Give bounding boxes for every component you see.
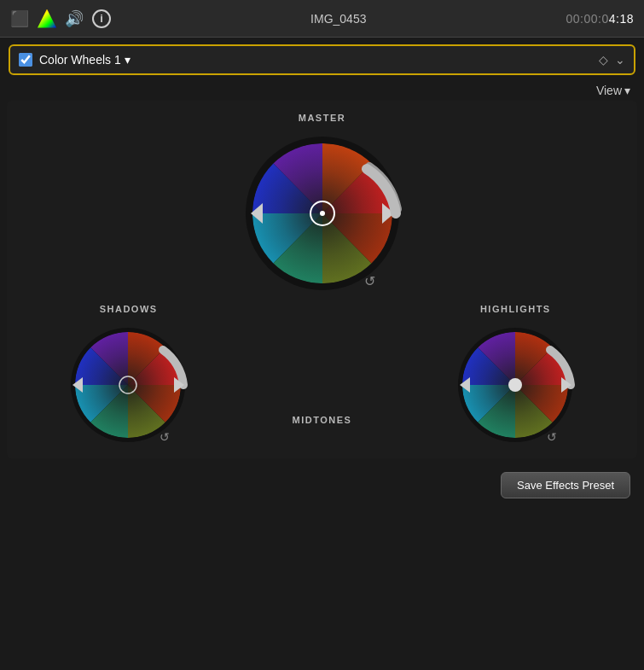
- save-row: Save Effects Preset: [0, 465, 644, 505]
- svg-text:↺: ↺: [160, 430, 170, 444]
- highlights-wheel-container[interactable]: ↺: [450, 319, 582, 452]
- svg-text:↺: ↺: [363, 274, 374, 288]
- colorv-icon[interactable]: [38, 9, 56, 28]
- master-section: MASTER: [14, 113, 630, 299]
- highlights-wheel-svg: ↺: [450, 319, 582, 452]
- effect-name-label: Color Wheels 1: [39, 53, 121, 67]
- master-label: MASTER: [299, 113, 345, 123]
- master-wheel-svg: ↺: [237, 128, 408, 299]
- svg-point-20: [508, 378, 522, 392]
- svg-point-6: [320, 211, 325, 216]
- toolbar-time: 00:00:04:18: [566, 12, 634, 26]
- toolbar-icons: ⬛ 🔊 i: [10, 9, 111, 28]
- master-wheel-container[interactable]: ↺: [237, 128, 408, 299]
- master-col: MASTER: [237, 113, 408, 299]
- toolbar: ⬛ 🔊 i IMG_0453 00:00:04:18: [0, 0, 644, 38]
- view-row: View ▾: [0, 82, 644, 101]
- diamond-icon[interactable]: ◇: [599, 53, 608, 67]
- expand-chevron-icon[interactable]: ⌄: [615, 53, 625, 67]
- file-name: IMG_0453: [310, 12, 366, 26]
- shadows-wheel-container[interactable]: ↺: [62, 319, 194, 452]
- effect-chevron-icon[interactable]: ▾: [125, 53, 131, 67]
- shadows-section: SHADOWS: [62, 304, 194, 452]
- sound-icon[interactable]: 🔊: [65, 9, 84, 28]
- shadows-label: SHADOWS: [100, 304, 158, 314]
- highlights-label: HIGHLIGHTS: [480, 304, 551, 314]
- save-effects-preset-button[interactable]: Save Effects Preset: [501, 472, 630, 498]
- toolbar-title: IMG_0453: [111, 12, 566, 26]
- midtones-label: MIDTONES: [293, 415, 352, 425]
- highlights-section: HIGHLIGHTS: [450, 304, 582, 452]
- svg-text:↺: ↺: [547, 430, 557, 444]
- effect-selector-row: Color Wheels 1 ▾ ◇ ⌄: [9, 44, 635, 75]
- time-bright: 4:18: [609, 12, 634, 26]
- bottom-wheels-row: SHADOWS: [14, 304, 630, 452]
- info-icon[interactable]: i: [92, 9, 111, 28]
- view-button[interactable]: View ▾: [596, 84, 630, 97]
- save-effects-preset-label: Save Effects Preset: [517, 479, 614, 492]
- wheels-wrapper: MASTER: [7, 101, 637, 458]
- time-prefix: 00:00:0: [566, 12, 609, 26]
- view-chevron-icon: ▾: [624, 84, 630, 97]
- midtones-col: MIDTONES: [293, 304, 352, 447]
- shadows-wheel-svg: ↺: [62, 319, 194, 452]
- effect-checkbox[interactable]: [19, 53, 32, 67]
- film-icon[interactable]: ⬛: [10, 9, 29, 28]
- view-label: View: [596, 84, 622, 97]
- effect-name: Color Wheels 1 ▾: [39, 53, 592, 67]
